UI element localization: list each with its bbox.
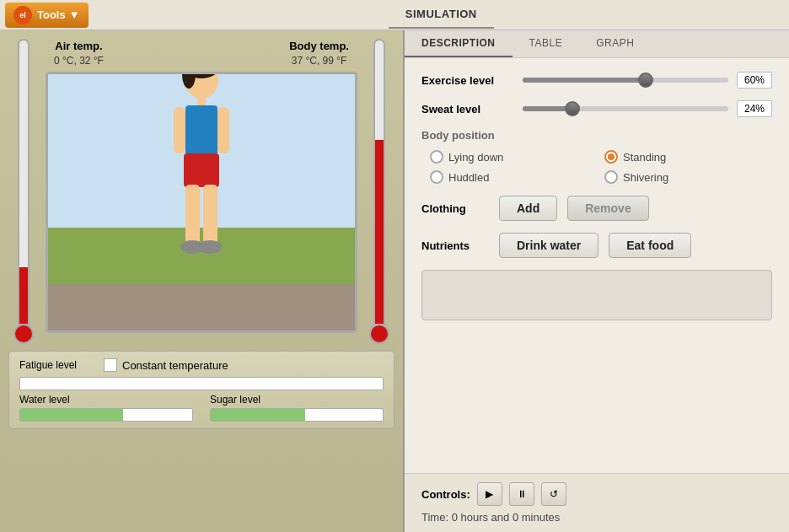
lower-rows: Water level Sugar level	[19, 394, 384, 422]
sweat-label: Sweat level	[421, 103, 514, 116]
body-temp-block: Body temp. 37 °C, 99 °F	[289, 39, 349, 68]
eat-food-button[interactable]: Eat food	[609, 233, 691, 258]
thermo-bulb-right	[369, 324, 389, 344]
radio-shivering[interactable]: Shivering	[604, 170, 772, 184]
constant-temp-checkbox[interactable]	[104, 358, 117, 372]
water-label: Water level	[19, 394, 193, 406]
svg-rect-9	[203, 185, 217, 244]
temp-labels: Air temp. 0 °C, 32 °F Body temp. 37 °C, …	[46, 39, 357, 68]
controls-label: Controls:	[421, 488, 470, 501]
thermo-tube-left	[18, 39, 30, 325]
svg-point-11	[198, 240, 222, 254]
thermo-bulb-left	[13, 324, 34, 344]
left-panel: Air temp. 0 °C, 32 °F Body temp. 37 °C, …	[0, 30, 405, 532]
sweat-slider-track[interactable]	[523, 106, 728, 111]
exercise-slider-thumb[interactable]	[638, 73, 653, 88]
lying-down-label: Lying down	[448, 151, 503, 164]
clothing-row: Clothing Add Remove	[421, 196, 772, 221]
bottom-info: Fatigue level Constant temperature Water…	[8, 351, 394, 429]
nutrients-row: Nutrients Drink water Eat food	[421, 233, 772, 258]
radio-circle-standing[interactable]	[604, 150, 618, 164]
thermo-fill-right	[375, 140, 384, 324]
radio-lying-down[interactable]: Lying down	[430, 150, 598, 164]
svg-rect-6	[217, 107, 229, 153]
main-layout: Air temp. 0 °C, 32 °F Body temp. 37 °C, …	[0, 30, 789, 532]
play-button[interactable]: ▶	[477, 482, 502, 506]
tools-button[interactable]: el Tools ▼	[5, 3, 89, 28]
pause-button[interactable]: ⏸	[509, 482, 534, 506]
air-temp-value: 0 °C, 32 °F	[54, 54, 104, 68]
svg-rect-5	[174, 107, 185, 153]
thermometer-right	[364, 39, 394, 344]
bottom-controls: Controls: ▶ ⏸ ↺ Time: 0 hours and 0 minu…	[405, 473, 789, 532]
air-temp-title: Air temp.	[54, 39, 104, 54]
svg-rect-3	[197, 95, 206, 105]
exercise-slider-row: Exercise level 60%	[421, 72, 772, 89]
constant-temp-label: Constant temperature	[122, 359, 228, 372]
controls-row: Controls: ▶ ⏸ ↺	[421, 482, 772, 506]
play-icon: ▶	[486, 488, 493, 500]
clothing-label: Clothing	[421, 202, 489, 215]
exercise-value: 60%	[737, 72, 772, 89]
sugar-label: Sugar level	[210, 394, 384, 406]
body-temp-title: Body temp.	[289, 39, 349, 54]
pause-icon: ⏸	[517, 488, 527, 500]
shivering-label: Shivering	[623, 171, 668, 184]
right-content: Exercise level 60% Sweat level 24% Body …	[405, 58, 789, 473]
svg-rect-4	[185, 105, 217, 156]
exercise-label: Exercise level	[421, 74, 514, 87]
thermo-fill-left	[19, 267, 28, 324]
description-text-area	[421, 270, 772, 320]
sugar-bar-container	[210, 408, 384, 422]
top-bar: el Tools ▼ SIMULATION	[0, 0, 789, 30]
drink-water-button[interactable]: Drink water	[499, 233, 598, 258]
logo: el	[13, 6, 32, 24]
sweat-slider-row: Sweat level 24%	[421, 100, 772, 117]
nutrients-label: Nutrients	[421, 239, 489, 252]
fatigue-bar-row	[19, 377, 384, 390]
fatigue-row: Fatigue level Constant temperature	[19, 358, 384, 372]
right-panel: DESCRIPTION TABLE GRAPH Exercise level 6…	[405, 30, 789, 532]
thermo-tube-right	[373, 39, 385, 325]
add-clothing-button[interactable]: Add	[499, 196, 557, 221]
water-bar	[20, 409, 123, 421]
thermometer-area: Air temp. 0 °C, 32 °F Body temp. 37 °C, …	[8, 39, 394, 344]
svg-rect-7	[184, 153, 219, 187]
radio-circle-lying-down[interactable]	[430, 150, 443, 164]
radio-huddled[interactable]: Huddled	[430, 170, 598, 184]
water-col: Water level	[19, 394, 193, 422]
sweat-slider-thumb[interactable]	[565, 101, 580, 116]
radio-circle-shivering[interactable]	[604, 170, 618, 184]
sweat-value: 24%	[737, 100, 772, 117]
tools-label: Tools	[37, 8, 66, 21]
fatigue-bar-container	[19, 377, 384, 390]
standing-label: Standing	[623, 151, 666, 164]
time-label: Time: 0 hours and 0 minutes	[421, 511, 772, 524]
center-area: Air temp. 0 °C, 32 °F Body temp. 37 °C, …	[46, 39, 357, 333]
constant-temp-row: Constant temperature	[104, 358, 228, 372]
tab-graph[interactable]: GRAPH	[579, 30, 651, 57]
right-tab-bar: DESCRIPTION TABLE GRAPH	[405, 30, 789, 58]
reset-icon: ↺	[550, 488, 558, 500]
body-position-grid: Lying down Standing Huddled Shivering	[421, 150, 772, 184]
exercise-slider-track[interactable]	[523, 78, 728, 83]
tab-simulation[interactable]: SIMULATION	[389, 1, 494, 29]
body-position-label: Body position	[421, 129, 772, 142]
reset-button[interactable]: ↺	[541, 482, 566, 506]
radio-circle-huddled[interactable]	[430, 170, 443, 184]
sugar-col: Sugar level	[210, 394, 384, 422]
main-tab-bar: SIMULATION	[94, 1, 789, 29]
tab-table[interactable]: TABLE	[513, 30, 580, 57]
air-temp-block: Air temp. 0 °C, 32 °F	[54, 39, 104, 68]
remove-clothing-button[interactable]: Remove	[567, 196, 648, 221]
sugar-bar	[211, 409, 305, 421]
fatigue-label: Fatigue level	[19, 359, 87, 371]
svg-rect-8	[185, 185, 200, 244]
radio-standing[interactable]: Standing	[604, 150, 772, 164]
simulation-image	[46, 72, 357, 333]
exercise-slider-fill	[523, 78, 646, 83]
huddled-label: Huddled	[448, 171, 489, 184]
tab-description[interactable]: DESCRIPTION	[405, 30, 513, 57]
water-bar-container	[19, 408, 193, 422]
ground	[48, 284, 355, 330]
